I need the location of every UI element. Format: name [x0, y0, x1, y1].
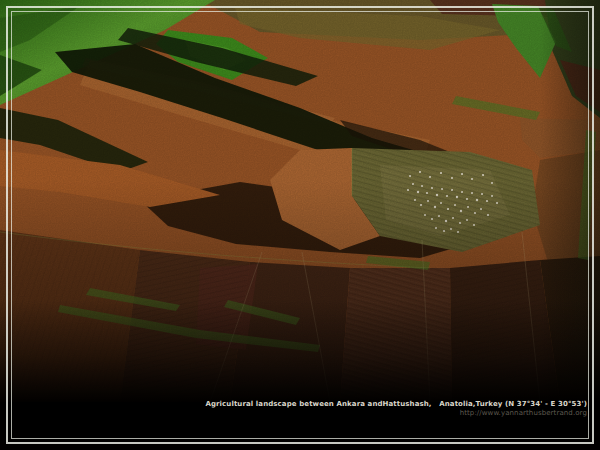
- aerial-photo: [0, 0, 600, 402]
- film-grain: [0, 0, 600, 402]
- photo-caption: Agricultural landscape between Ankara an…: [205, 400, 587, 417]
- caption-title: Agricultural landscape between Ankara an…: [205, 400, 587, 409]
- landscape-illustration: [0, 0, 600, 402]
- wallpaper: Agricultural landscape between Ankara an…: [0, 0, 600, 450]
- caption-url: http://www.yannarthusbertrand.org: [205, 409, 587, 417]
